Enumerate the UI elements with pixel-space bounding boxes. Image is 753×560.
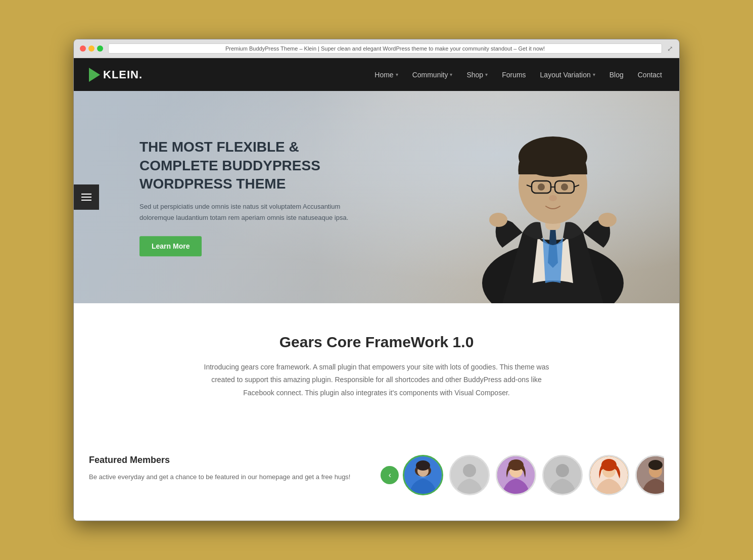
svg-point-13 xyxy=(489,213,507,227)
svg-point-14 xyxy=(598,213,617,227)
minimize-button[interactable] xyxy=(88,45,95,52)
member-avatar-5[interactable] xyxy=(589,455,629,495)
hamburger-icon xyxy=(81,194,91,201)
url-bar[interactable]: Premium BuddyPress Theme – Klein | Super… xyxy=(108,43,662,54)
hero-illustration xyxy=(452,91,654,303)
logo-icon xyxy=(89,68,100,82)
nav-item-forums[interactable]: Forums xyxy=(500,67,528,83)
nav-item-home[interactable]: Home ▾ xyxy=(372,67,400,83)
nav-menu: Home ▾ Community ▾ Shop ▾ Forums Layout … xyxy=(372,67,664,83)
nav-label-home: Home xyxy=(374,71,393,79)
avatar-image-1 xyxy=(404,456,442,494)
maximize-button[interactable] xyxy=(97,45,103,52)
nav-arrow-community: ▾ xyxy=(450,72,452,77)
browser-chrome: Premium BuddyPress Theme – Klein | Super… xyxy=(74,39,679,58)
nav-label-shop: Shop xyxy=(466,71,483,79)
hamburger-line-2 xyxy=(81,197,91,198)
avatar-image-6 xyxy=(637,456,664,494)
hero-section: THE MOST FLEXIBLE & COMPLETE BUDDYPRESS … xyxy=(74,91,679,303)
expand-icon[interactable]: ⤢ xyxy=(667,44,673,53)
hero-content: THE MOST FLEXIBLE & COMPLETE BUDDYPRESS … xyxy=(139,138,362,256)
svg-point-12 xyxy=(549,195,557,201)
logo[interactable]: KLEIN. xyxy=(89,68,143,82)
hamburger-line-3 xyxy=(81,200,91,201)
member-avatar-1[interactable] xyxy=(403,455,443,495)
members-section: Featured Members Be active everyday and … xyxy=(74,445,679,521)
features-description: Introducing gears core framework. A smal… xyxy=(200,361,553,399)
nav-item-layout[interactable]: Layout Variation ▾ xyxy=(538,67,597,83)
browser-window: Premium BuddyPress Theme – Klein | Super… xyxy=(73,39,680,521)
nav-label-layout: Layout Variation xyxy=(540,71,591,79)
features-title: Gears Core FrameWork 1.0 xyxy=(89,334,664,351)
member-avatar-4[interactable] xyxy=(542,455,583,495)
svg-point-32 xyxy=(648,460,663,470)
close-button[interactable] xyxy=(80,45,86,52)
nav-label-contact: Contact xyxy=(638,71,662,79)
features-section: Gears Core FrameWork 1.0 Introducing gea… xyxy=(74,303,679,445)
learn-more-button[interactable]: Learn More xyxy=(139,236,202,256)
sidebar-toggle[interactable] xyxy=(74,184,99,210)
svg-point-10 xyxy=(538,183,545,191)
nav-label-forums: Forums xyxy=(502,71,526,79)
logo-text: KLEIN. xyxy=(103,68,143,81)
svg-point-21 xyxy=(463,464,476,477)
avatar-image-3 xyxy=(497,456,535,494)
nav-arrow-layout: ▾ xyxy=(593,72,595,77)
avatar-image-2 xyxy=(451,456,488,494)
person-svg xyxy=(457,91,649,303)
nav-item-shop[interactable]: Shop ▾ xyxy=(464,67,490,83)
hero-title: THE MOST FLEXIBLE & COMPLETE BUDDYPRESS … xyxy=(139,138,362,194)
members-description: Be active everyday and get a chance to b… xyxy=(89,472,350,483)
member-avatar-6[interactable] xyxy=(635,455,664,495)
nav-item-contact[interactable]: Contact xyxy=(636,67,664,83)
window-controls xyxy=(80,45,103,52)
members-carousel: ‹ xyxy=(381,455,664,495)
carousel-prev-button[interactable]: ‹ xyxy=(381,466,399,484)
site-content: KLEIN. Home ▾ Community ▾ Shop ▾ Forums xyxy=(74,58,679,521)
svg-point-26 xyxy=(556,464,569,477)
nav-arrow-shop: ▾ xyxy=(485,72,488,77)
svg-point-11 xyxy=(561,183,568,191)
member-avatar-2[interactable] xyxy=(449,455,490,495)
nav-item-blog[interactable]: Blog xyxy=(607,67,626,83)
hamburger-line-1 xyxy=(81,194,91,195)
member-avatar-3[interactable] xyxy=(496,455,536,495)
navbar: KLEIN. Home ▾ Community ▾ Shop ▾ Forums xyxy=(74,58,679,91)
avatar-image-5 xyxy=(590,456,628,494)
members-list xyxy=(403,455,664,495)
avatar-image-4 xyxy=(544,456,581,494)
nav-arrow-home: ▾ xyxy=(396,72,398,77)
hero-subtitle: Sed ut perspiciatis unde omnis iste natu… xyxy=(139,202,362,224)
members-title: Featured Members xyxy=(89,455,350,465)
nav-label-blog: Blog xyxy=(609,71,624,79)
nav-item-community[interactable]: Community ▾ xyxy=(410,67,455,83)
nav-label-community: Community xyxy=(412,71,448,79)
svg-point-19 xyxy=(416,460,430,471)
members-text: Featured Members Be active everyday and … xyxy=(89,455,350,483)
